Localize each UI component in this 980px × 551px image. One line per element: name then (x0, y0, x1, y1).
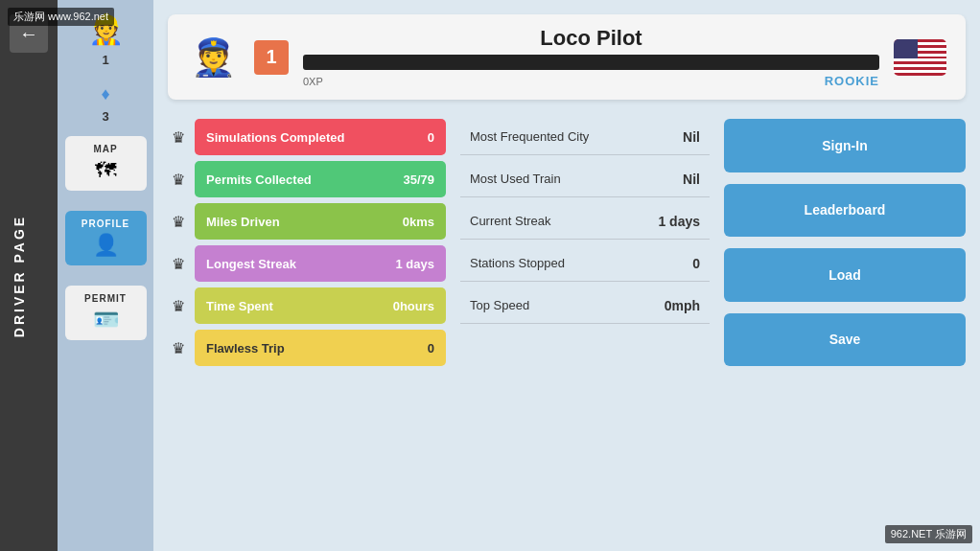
stat-label-flawless: Flawless Trip (206, 341, 285, 356)
stat-row-time: ♛ Time Spent 0hours (168, 287, 446, 324)
middle-stats-panel: Most Frequented City Nil Most Used Train… (460, 119, 710, 366)
stats-area: ♛ Simulations Completed 0 ♛ Permits Coll… (168, 119, 966, 366)
profile-label: PROFILE (70, 218, 142, 229)
crown-icon-3: ♛ (168, 213, 189, 231)
map-icon: 🗺 (70, 158, 142, 183)
header-card: 👮 1 Loco Pilot 0XP ROOKIE (168, 14, 966, 100)
stat-label-miles: Miles Driven (206, 215, 280, 229)
sidebar-item-map[interactable]: MAP 🗺 (65, 136, 147, 191)
info-label-frequented-city: Most Frequented City (470, 129, 589, 144)
info-label-current-streak: Current Streak (470, 214, 551, 228)
info-row-current-streak: Current Streak 1 days (460, 203, 710, 240)
crown-icon-1: ♛ (168, 128, 189, 147)
left-stats-panel: ♛ Simulations Completed 0 ♛ Permits Coll… (168, 119, 446, 366)
info-label-stations: Stations Stopped (470, 256, 565, 270)
permit-label: PERMIT (70, 293, 142, 304)
stat-label-simulations: Simulations Completed (206, 130, 344, 145)
diamond-icon: ♦ (101, 84, 109, 104)
crown-icon-4: ♛ (168, 255, 189, 273)
info-value-top-speed: 0mph (665, 298, 700, 313)
stat-bar-flawless: Flawless Trip 0 (195, 330, 446, 366)
stat-value-permits: 35/79 (403, 172, 434, 187)
xp-value: 0XP (303, 76, 323, 87)
xp-section: Loco Pilot 0XP ROOKIE (303, 26, 879, 88)
stat-value-flawless: 0 (428, 341, 434, 356)
main-content: 👮 1 Loco Pilot 0XP ROOKIE ♛ Simulations … (153, 0, 980, 551)
info-value-current-streak: 1 days (658, 214, 700, 229)
info-label-top-speed: Top Speed (470, 298, 529, 312)
country-flag (894, 39, 946, 76)
info-row-frequented-city: Most Frequented City Nil (460, 119, 710, 155)
player-rank: 1 (102, 53, 108, 67)
map-label: MAP (70, 144, 142, 154)
stat-row-permits: ♛ Permits Collected 35/79 (168, 161, 446, 197)
info-row-top-speed: Top Speed 0mph (460, 287, 710, 324)
stat-row-streak: ♛ Longest Streak 1 days (168, 245, 446, 282)
profile-icon: 👤 (70, 233, 142, 258)
sign-in-button[interactable]: Sign-In (724, 119, 966, 172)
info-row-stations: Stations Stopped 0 (460, 245, 710, 282)
info-value-stations: 0 (692, 256, 700, 271)
player-level: 3 (102, 109, 108, 124)
sidebar-item-permit[interactable]: PERMIT 🪪 (65, 286, 147, 340)
leaderboard-button[interactable]: Leaderboard (724, 184, 966, 238)
watermark-bottom: 962.NET 乐游网 (885, 525, 972, 543)
stat-bar-miles: Miles Driven 0kms (195, 203, 446, 240)
pilot-name: Loco Pilot (303, 26, 879, 51)
crown-icon-6: ♛ (168, 339, 189, 357)
info-value-frequented-city: Nil (683, 129, 700, 145)
pilot-hat-icon: 👮 (191, 36, 236, 79)
info-value-used-train: Nil (683, 172, 700, 187)
stat-label-time: Time Spent (206, 299, 273, 313)
stat-value-simulations: 0 (428, 130, 434, 145)
stat-row-miles: ♛ Miles Driven 0kms (168, 203, 446, 240)
right-buttons-panel: Sign-In Leaderboard Load Save (724, 119, 966, 366)
stat-bar-time: Time Spent 0hours (195, 287, 446, 324)
info-row-used-train: Most Used Train Nil (460, 161, 710, 197)
stat-value-miles: 0kms (403, 215, 434, 229)
second-sidebar: 👷 1 ♦ 3 MAP 🗺 PROFILE 👤 PERMIT 🪪 (58, 0, 153, 551)
stat-value-streak: 1 days (396, 257, 434, 271)
driver-page-label: DRIVER PAGE (12, 214, 27, 336)
stat-bar-simulations: Simulations Completed 0 (195, 119, 446, 155)
info-label-used-train: Most Used Train (470, 172, 561, 186)
stat-label-streak: Longest Streak (206, 257, 296, 271)
sidebar-item-profile[interactable]: PROFILE 👤 (65, 211, 147, 265)
xp-bar (303, 55, 879, 70)
load-button[interactable]: Load (724, 248, 966, 302)
stat-label-permits: Permits Collected (206, 172, 312, 187)
crown-icon-5: ♛ (168, 297, 189, 315)
crown-icon-2: ♛ (168, 171, 189, 189)
pilot-avatar: 👮 (187, 31, 240, 83)
stat-value-time: 0hours (393, 299, 434, 313)
stat-bar-streak: Longest Streak 1 days (195, 245, 446, 282)
rank-badge: 1 (254, 40, 289, 75)
stat-row-simulations: ♛ Simulations Completed 0 (168, 119, 446, 155)
watermark-top: 乐游网 www.962.net (8, 8, 114, 26)
permit-icon: 🪪 (70, 308, 142, 333)
save-button[interactable]: Save (724, 313, 966, 367)
rank-title: ROOKIE (825, 74, 879, 88)
left-sidebar: ← DRIVER PAGE (0, 0, 58, 551)
stat-bar-permits: Permits Collected 35/79 (195, 161, 446, 197)
stat-row-flawless: ♛ Flawless Trip 0 (168, 330, 446, 366)
